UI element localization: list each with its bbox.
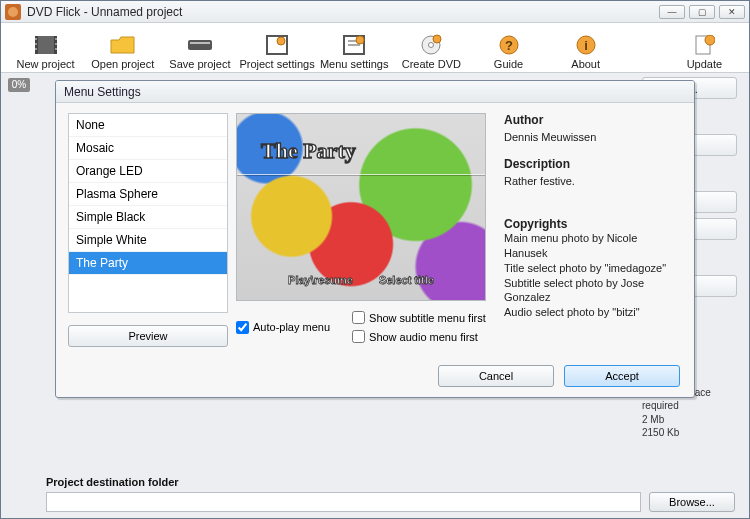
svg-point-15 <box>356 36 364 44</box>
dialog-body: None Mosaic Orange LED Plasma Sphere Sim… <box>56 107 694 397</box>
dvd-icon <box>417 34 445 56</box>
menu-item-mosaic[interactable]: Mosaic <box>69 137 227 160</box>
copyright-line: Subtitle select photo by Jose Gonzalez <box>504 276 682 306</box>
preview-footer: Play\resume Select title <box>237 274 485 286</box>
toolbar-label: Create DVD <box>402 58 461 70</box>
svg-rect-2 <box>35 38 37 40</box>
toolbar-label: Update <box>687 58 722 70</box>
menu-settings-dialog: Menu Settings None Mosaic Orange LED Pla… <box>55 80 695 398</box>
film-icon <box>32 34 60 56</box>
svg-rect-9 <box>190 42 210 44</box>
copyright-line: Main menu photo by Nicole Hanusek <box>504 231 682 261</box>
minimize-button[interactable]: — <box>659 5 685 19</box>
dialog-title: Menu Settings <box>56 81 694 103</box>
svg-point-24 <box>705 35 715 45</box>
toolbar-label: About <box>571 58 600 70</box>
copyright-line: Audio select photo by "bitzi" <box>504 305 682 320</box>
window-title: DVD Flick - Unnamed project <box>27 5 182 19</box>
menu-item-orange-led[interactable]: Orange LED <box>69 160 227 183</box>
maximize-button[interactable]: ▢ <box>689 5 715 19</box>
window-controls: — ▢ ✕ <box>659 5 745 19</box>
menu-item-the-party[interactable]: The Party <box>69 252 227 275</box>
autoplay-checkbox-row[interactable]: Auto-play menu <box>236 311 330 343</box>
svg-rect-3 <box>35 43 37 45</box>
destination-row: Browse... <box>46 492 735 512</box>
audio-first-label: Show audio menu first <box>369 331 478 343</box>
svg-text:i: i <box>584 38 588 53</box>
menu-item-simple-black[interactable]: Simple Black <box>69 206 227 229</box>
menu-preview: The Party Play\resume Select title <box>236 113 486 301</box>
guide-icon: ? <box>495 34 523 56</box>
svg-rect-7 <box>55 48 57 50</box>
description-heading: Description <box>504 157 682 171</box>
dialog-footer: Cancel Accept <box>438 365 680 387</box>
close-button[interactable]: ✕ <box>719 5 745 19</box>
copyrights-heading: Copyrights <box>504 217 682 231</box>
subtitle-first-label: Show subtitle menu first <box>369 312 486 324</box>
audio-first-checkbox-row[interactable]: Show audio menu first <box>352 330 486 343</box>
cancel-button[interactable]: Cancel <box>438 365 554 387</box>
svg-text:?: ? <box>505 38 513 53</box>
titlebar: DVD Flick - Unnamed project — ▢ ✕ <box>1 1 749 23</box>
toolbar-create-dvd[interactable]: Create DVD <box>393 24 470 70</box>
progress-indicator: 0% <box>8 78 30 92</box>
description-value: Rather festive. <box>504 175 682 187</box>
menu-item-none[interactable]: None <box>69 114 227 137</box>
toolbar-guide[interactable]: ? Guide <box>470 24 547 70</box>
toolbar-label: Menu settings <box>320 58 388 70</box>
author-heading: Author <box>504 113 682 127</box>
toolbar-project-settings[interactable]: Project settings <box>238 24 315 70</box>
subtitle-first-checkbox[interactable] <box>352 311 365 324</box>
menu-item-plasma-sphere[interactable]: Plasma Sphere <box>69 183 227 206</box>
status-space-kb: 2150 Kb <box>642 426 737 440</box>
menu-list[interactable]: None Mosaic Orange LED Plasma Sphere Sim… <box>68 113 228 313</box>
preview-play-label: Play\resume <box>288 274 353 286</box>
status-space-mb: 2 Mb <box>642 413 737 427</box>
svg-rect-5 <box>55 38 57 40</box>
preview-button[interactable]: Preview <box>68 325 228 347</box>
toolbar-label: New project <box>17 58 75 70</box>
about-icon: i <box>572 34 600 56</box>
app-icon <box>5 4 21 20</box>
center-column: The Party Play\resume Select title Auto-… <box>236 107 496 397</box>
destination-input[interactable] <box>46 492 641 512</box>
toolbar-label: Project settings <box>239 58 314 70</box>
audio-first-checkbox[interactable] <box>352 330 365 343</box>
update-icon <box>690 34 718 56</box>
settings-icon <box>263 34 291 56</box>
toolbar-label: Open project <box>91 58 154 70</box>
svg-rect-6 <box>55 43 57 45</box>
svg-rect-8 <box>188 40 212 50</box>
autoplay-label: Auto-play menu <box>253 321 330 333</box>
metadata-column: Author Dennis Meuwissen Description Rath… <box>496 107 694 397</box>
toolbar-menu-settings[interactable]: Menu settings <box>316 24 393 70</box>
toolbar-update[interactable]: Update <box>666 24 743 70</box>
folder-icon <box>109 34 137 56</box>
copyright-line: Title select photo by "imedagoze" <box>504 261 682 276</box>
copyrights-block: Main menu photo by Nicole Hanusek Title … <box>504 231 682 320</box>
menu-item-simple-white[interactable]: Simple White <box>69 229 227 252</box>
toolbar-open-project[interactable]: Open project <box>84 24 161 70</box>
destination-label: Project destination folder <box>46 476 179 488</box>
preview-rule <box>237 174 485 176</box>
toolbar-save-project[interactable]: Save project <box>161 24 238 70</box>
svg-rect-4 <box>35 48 37 50</box>
toolbar-label: Save project <box>169 58 230 70</box>
preview-select-label: Select title <box>379 274 434 286</box>
menu-settings-icon <box>340 34 368 56</box>
accept-button[interactable]: Accept <box>564 365 680 387</box>
subtitle-first-checkbox-row[interactable]: Show subtitle menu first <box>352 311 486 324</box>
menu-list-column: None Mosaic Orange LED Plasma Sphere Sim… <box>56 107 236 397</box>
preview-title: The Party <box>261 138 356 164</box>
disk-icon <box>186 34 214 56</box>
svg-point-18 <box>433 35 441 43</box>
toolbar-about[interactable]: i About <box>547 24 624 70</box>
author-value: Dennis Meuwissen <box>504 131 682 143</box>
svg-point-11 <box>277 37 285 45</box>
browse-button[interactable]: Browse... <box>649 492 735 512</box>
toolbar-label: Guide <box>494 58 523 70</box>
autoplay-checkbox[interactable] <box>236 321 249 334</box>
svg-point-17 <box>429 43 434 48</box>
toolbar-new-project[interactable]: New project <box>7 24 84 70</box>
svg-rect-1 <box>38 36 54 54</box>
